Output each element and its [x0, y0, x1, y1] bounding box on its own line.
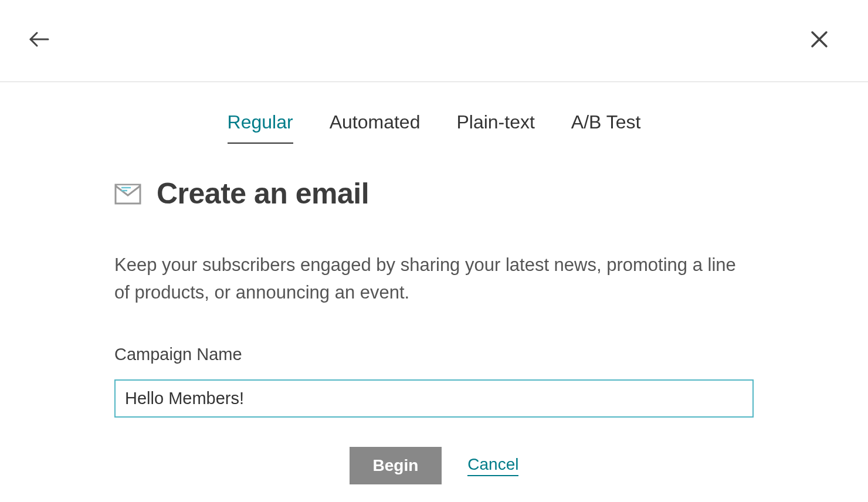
back-button[interactable]: [28, 30, 49, 50]
main-content: Create an email Keep your subscribers en…: [108, 177, 760, 484]
title-row: Create an email: [114, 177, 754, 211]
tab-automated[interactable]: Automated: [330, 111, 421, 144]
tab-plain-text[interactable]: Plain-text: [456, 111, 534, 144]
page-title: Create an email: [157, 177, 369, 211]
campaign-name-input[interactable]: [114, 379, 754, 418]
envelope-icon: [114, 180, 141, 207]
tab-regular[interactable]: Regular: [228, 111, 293, 144]
close-button[interactable]: [811, 30, 828, 50]
email-type-tabs: Regular Automated Plain-text A/B Test: [0, 82, 868, 144]
form-actions: Begin Cancel: [114, 447, 754, 484]
page-description: Keep your subscribers engaged by sharing…: [114, 252, 754, 306]
modal-header: [0, 0, 868, 82]
close-icon: [811, 30, 828, 48]
cancel-link[interactable]: Cancel: [467, 455, 518, 476]
tab-ab-test[interactable]: A/B Test: [571, 111, 641, 144]
arrow-left-icon: [28, 30, 49, 48]
campaign-name-label: Campaign Name: [114, 345, 754, 364]
begin-button[interactable]: Begin: [350, 447, 442, 484]
